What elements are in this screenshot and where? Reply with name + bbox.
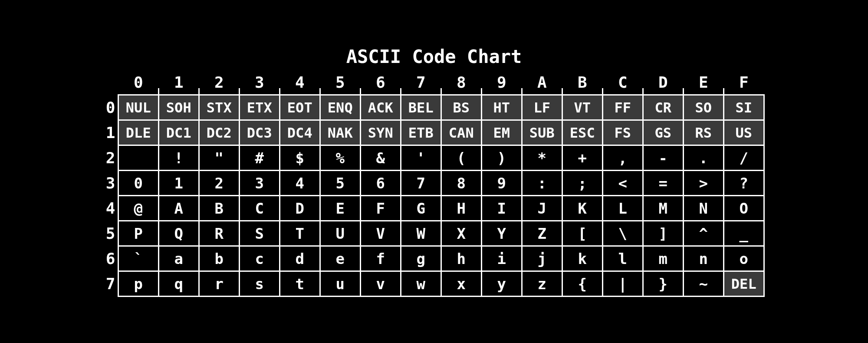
ascii-cell-control: DLE (118, 120, 158, 145)
cell-value: = (659, 175, 667, 192)
ascii-cell: " (199, 145, 239, 171)
col-header: F (723, 70, 764, 95)
cell-value: p (134, 275, 143, 293)
ascii-chart: ASCII Code Chart 0123456789ABCDEF 0NULSO… (103, 46, 765, 297)
ascii-cell: J (522, 196, 562, 221)
ascii-cell: k (562, 246, 602, 271)
ascii-cell: 3 (239, 171, 279, 196)
ascii-cell: - (643, 145, 683, 171)
cell-value: o (740, 250, 748, 267)
ascii-cell: e (320, 246, 360, 271)
cell-value: & (376, 149, 385, 167)
ascii-cell-control: NUL (118, 95, 158, 120)
corner-cell (103, 70, 118, 95)
col-header: 1 (158, 70, 199, 95)
ascii-cell: = (643, 171, 683, 196)
cell-value: N (699, 200, 708, 217)
cell-value: 1 (174, 175, 183, 192)
ascii-cell: w (401, 271, 441, 297)
cell-value: DC4 (280, 121, 319, 145)
cell-value: : (538, 175, 546, 192)
cell-value: O (740, 200, 748, 217)
ascii-cell: M (643, 196, 683, 221)
cell-value: CAN (442, 121, 481, 145)
cell-value: NUL (119, 96, 158, 119)
ascii-cell-control: EOT (279, 95, 320, 120)
ascii-cell: 8 (441, 171, 481, 196)
cell-value: FS (603, 121, 642, 145)
row-header: 3 (103, 171, 118, 196)
cell-value: f (376, 250, 385, 267)
cell-value: ] (659, 225, 667, 242)
cell-value: t (296, 275, 304, 293)
ascii-cell: } (643, 271, 683, 297)
cell-value: E (336, 200, 345, 217)
cell-value: g (417, 250, 425, 267)
ascii-cell-control: SI (723, 95, 764, 120)
ascii-cell: E (320, 196, 360, 221)
cell-value: DC2 (200, 121, 239, 145)
cell-value: I (497, 200, 506, 217)
row-header: 7 (103, 271, 118, 297)
cell-value: SYN (361, 121, 400, 145)
cell-value: " (215, 149, 224, 167)
cell-value: ACK (361, 96, 400, 119)
cell-value: Y (497, 225, 506, 242)
cell-value: A (174, 200, 183, 217)
cell-value: LF (523, 96, 562, 119)
cell-value: j (538, 250, 546, 267)
cell-value: ! (174, 149, 183, 167)
cell-value: \ (618, 225, 627, 242)
col-header: B (562, 70, 602, 95)
cell-value: CR (644, 96, 683, 119)
cell-value: M (659, 200, 667, 217)
ascii-cell-control: LF (522, 95, 562, 120)
ascii-cell-control: ETX (239, 95, 279, 120)
ascii-cell: . (683, 145, 723, 171)
ascii-cell: j (522, 246, 562, 271)
ascii-cell: t (279, 271, 320, 297)
ascii-cell: y (481, 271, 522, 297)
ascii-cell: 0 (118, 171, 158, 196)
ascii-cell-control: EM (481, 120, 522, 145)
ascii-cell: { (562, 271, 602, 297)
cell-value: RS (684, 121, 723, 145)
cell-value: $ (296, 149, 304, 167)
ascii-cell: u (320, 271, 360, 297)
cell-value: ? (740, 175, 748, 192)
ascii-cell: m (643, 246, 683, 271)
row-header: 2 (103, 145, 118, 171)
ascii-cell: & (360, 145, 401, 171)
ascii-cell: Q (158, 221, 199, 246)
cell-value: [ (578, 225, 587, 242)
cell-value: q (174, 275, 183, 293)
cell-value: ' (417, 149, 425, 167)
ascii-cell-control: DC3 (239, 120, 279, 145)
cell-value: DC3 (240, 121, 279, 145)
ascii-cell: ] (643, 221, 683, 246)
cell-value: e (336, 250, 345, 267)
ascii-cell-control: RS (683, 120, 723, 145)
ascii-cell: h (441, 246, 481, 271)
cell-value: ^ (699, 225, 708, 242)
col-header: 3 (239, 70, 279, 95)
ascii-cell-control: SOH (158, 95, 199, 120)
col-header: 6 (360, 70, 401, 95)
ascii-cell: l (602, 246, 643, 271)
ascii-cell: 6 (360, 171, 401, 196)
cell-value: DEL (724, 272, 763, 296)
ascii-cell: + (562, 145, 602, 171)
col-header: 5 (320, 70, 360, 95)
cell-value: i (497, 250, 506, 267)
cell-value: U (336, 225, 345, 242)
cell-value: k (578, 250, 587, 267)
cell-value: ~ (699, 275, 708, 293)
cell-value: < (618, 175, 627, 192)
cell-value: { (578, 275, 587, 293)
cell-value: ; (578, 175, 587, 192)
ascii-cell: V (360, 221, 401, 246)
cell-value: SO (684, 96, 723, 119)
cell-value: d (296, 250, 304, 267)
ascii-cell: / (723, 145, 764, 171)
ascii-cell: g (401, 246, 441, 271)
